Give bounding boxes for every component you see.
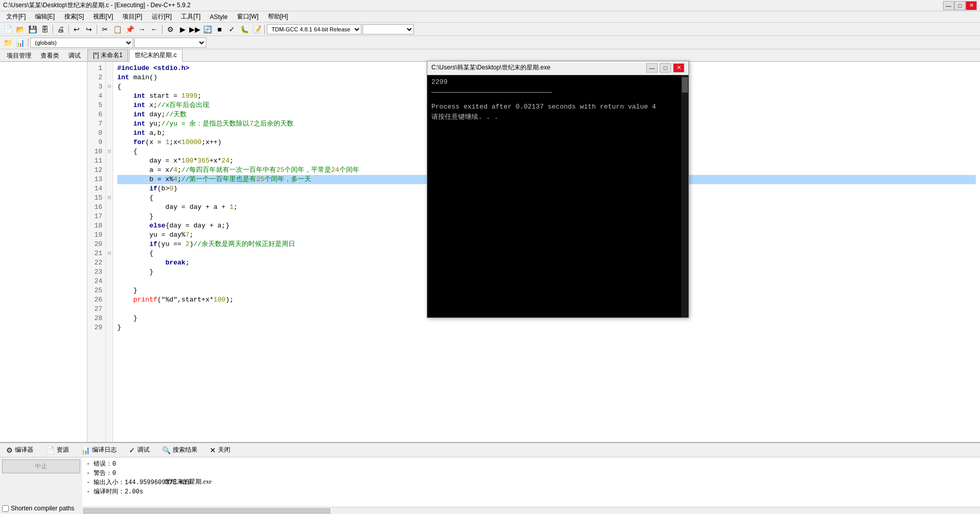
open-btn[interactable]: 📂 xyxy=(14,24,26,35)
fold-marker[interactable]: ⊟ xyxy=(106,147,113,156)
menu-edit[interactable]: 编辑[E] xyxy=(31,11,59,22)
save-btn[interactable]: 💾 xyxy=(27,24,38,35)
sidebar-tab-class[interactable]: 查看类 xyxy=(36,50,64,61)
console-title-text: C:\Users\韩某某\Desktop\世纪末的星期.exe xyxy=(431,63,644,72)
line-number: 23 xyxy=(87,268,105,277)
sep1 xyxy=(52,25,53,34)
toolbar-2: 📁 📊 (globals) xyxy=(0,36,980,49)
sep4 xyxy=(162,25,162,34)
compiler-dropdown[interactable]: TDM-GCC 4.8.1 64-bit Release xyxy=(267,24,361,34)
fold-marker[interactable]: ⊟ xyxy=(106,193,113,203)
target-dropdown[interactable] xyxy=(362,24,414,34)
resources-icon: 📄 xyxy=(46,446,55,454)
bottom-tab-search[interactable]: 🔍 搜索结果 xyxy=(158,445,202,455)
stop-btn[interactable]: ■ xyxy=(214,24,225,35)
fold-marker xyxy=(106,240,113,249)
line-number: 12 xyxy=(87,166,105,175)
bottom-left-panel: 中止 Shorten compiler paths xyxy=(0,457,82,514)
cut-btn[interactable]: ✂ xyxy=(99,24,111,35)
bottom-panel: ⚙ 编译器 📄 资源 📊 编译日志 ✓ 调试 🔍 搜索结果 ✕ 关闭 中止 xyxy=(0,442,980,514)
undo-btn[interactable]: ↩ xyxy=(71,24,82,35)
paste-btn[interactable]: 📌 xyxy=(124,24,135,35)
syntax-btn[interactable]: 📝 xyxy=(251,24,262,35)
bottom-tab-close-label: 关闭 xyxy=(218,446,230,454)
console-line-3: Process exited after 0.02137 seconds wit… xyxy=(431,102,677,112)
rebuild-btn[interactable]: 🔄 xyxy=(202,24,213,35)
close-tab-icon: ✕ xyxy=(210,446,216,454)
line-number: 28 xyxy=(87,314,105,323)
fold-marker xyxy=(106,138,113,147)
globals-dropdown[interactable]: (globals) xyxy=(30,38,133,48)
sidebar-tab-debug[interactable]: 调试 xyxy=(64,50,85,61)
code-line[interactable]: } xyxy=(117,323,976,332)
fold-marker[interactable]: ⊟ xyxy=(106,249,113,258)
run-btn[interactable]: ▶ xyxy=(177,24,188,35)
console-minimize-btn[interactable]: — xyxy=(646,63,658,73)
close-btn[interactable]: ✕ xyxy=(966,1,977,10)
line-number: 2 xyxy=(87,73,105,82)
fold-marker xyxy=(106,231,113,240)
abort-button[interactable]: 中止 xyxy=(2,459,80,473)
indent-btn[interactable]: → xyxy=(136,24,148,35)
line-number: 24 xyxy=(87,277,105,286)
line-number: 11 xyxy=(87,156,105,166)
print-btn[interactable]: 🖨 xyxy=(55,24,66,35)
fold-marker[interactable]: ⊟ xyxy=(106,82,113,92)
line-number: 8 xyxy=(87,129,105,138)
debug-btn[interactable]: 🐛 xyxy=(239,24,250,35)
menu-file[interactable]: 文件[F] xyxy=(2,11,30,22)
sidebar xyxy=(0,62,87,442)
progress-label: 世纪末的星期.exe xyxy=(165,477,212,486)
editor-tab-unnamed[interactable]: [*] 未命名1 xyxy=(87,49,128,61)
editor-tab-file[interactable]: 世纪末的星期.c xyxy=(129,49,182,62)
menu-search[interactable]: 搜索[S] xyxy=(60,11,88,22)
console-line-4: 请按任意键继续. . . xyxy=(431,112,677,122)
new-btn[interactable]: 📄 xyxy=(2,24,13,35)
menu-window[interactable]: 窗口[W] xyxy=(233,11,263,22)
menu-project[interactable]: 项目[P] xyxy=(118,11,147,22)
tb2-btn2[interactable]: 📊 xyxy=(14,37,26,48)
save-all-btn[interactable]: 🗄 xyxy=(39,24,50,35)
line-number: 18 xyxy=(87,221,105,231)
bottom-tab-compile-log[interactable]: 📊 编译日志 xyxy=(77,445,121,455)
minimize-btn[interactable]: — xyxy=(943,1,954,10)
maximize-btn[interactable]: □ xyxy=(954,1,966,10)
console-scrollbar[interactable] xyxy=(681,75,688,317)
unindent-btn[interactable]: ← xyxy=(149,24,160,35)
compile-log-icon: 📊 xyxy=(81,446,90,454)
menu-astyle[interactable]: AStyle xyxy=(206,12,232,22)
redo-btn[interactable]: ↪ xyxy=(83,24,95,35)
bottom-tab-close[interactable]: ✕ 关闭 xyxy=(206,445,234,455)
console-close-btn[interactable]: ✕ xyxy=(673,63,684,73)
menu-help[interactable]: 帮助[H] xyxy=(264,11,292,22)
menu-tools[interactable]: 工具[T] xyxy=(177,11,205,22)
fold-marker xyxy=(106,203,113,212)
log-scroll-thumb[interactable] xyxy=(83,508,330,513)
menu-run[interactable]: 运行[R] xyxy=(148,11,176,22)
scope-dropdown[interactable] xyxy=(134,38,206,48)
fold-marker xyxy=(106,286,113,295)
sidebar-tab-project[interactable]: 项目管理 xyxy=(2,50,36,61)
console-maximize-btn[interactable]: □ xyxy=(660,63,671,73)
compile-btn[interactable]: ⚙ xyxy=(165,24,176,35)
compile-run-btn[interactable]: ▶▶ xyxy=(189,24,201,35)
shorten-checkbox[interactable] xyxy=(2,505,9,512)
check-btn[interactable]: ✓ xyxy=(226,24,238,35)
bottom-tab-compiler[interactable]: ⚙ 编译器 xyxy=(2,445,38,455)
log-scrollbar[interactable] xyxy=(82,507,980,514)
line-number: 1 xyxy=(87,64,105,73)
console-scroll-thumb[interactable] xyxy=(682,77,688,93)
log-line: - 编译时间：2.00s xyxy=(86,487,976,497)
line-number: 10 xyxy=(87,147,105,156)
fold-marker xyxy=(106,110,113,119)
log-line: - 警告：0 xyxy=(86,469,976,478)
bottom-tab-resources[interactable]: 📄 资源 xyxy=(42,445,73,455)
console-line-1: 2299 xyxy=(431,77,677,87)
copy-btn[interactable]: 📋 xyxy=(112,24,123,35)
shorten-compiler-paths[interactable]: Shorten compiler paths xyxy=(2,505,80,512)
tb2-btn1[interactable]: 📁 xyxy=(2,37,13,48)
bottom-tab-debug[interactable]: ✓ 调试 xyxy=(125,445,154,455)
menu-view[interactable]: 视图[V] xyxy=(89,11,117,22)
bottom-tab-compile-log-label: 编译日志 xyxy=(92,446,117,454)
sidebar-tabs: 项目管理 查看类 调试 xyxy=(0,50,87,61)
